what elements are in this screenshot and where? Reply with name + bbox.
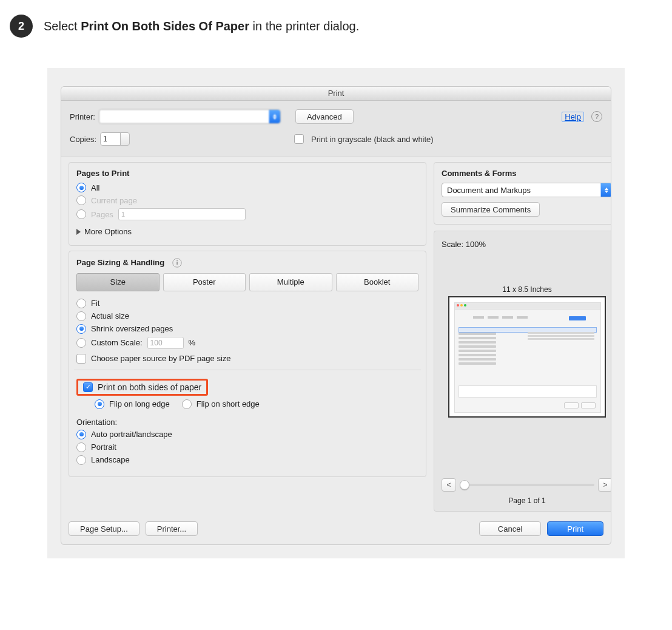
tab-booklet[interactable]: Booklet — [336, 273, 419, 291]
actual-label: Actual size — [91, 311, 129, 320]
instruction-step: 2 Select Print On Both Sides Of Paper in… — [0, 0, 672, 38]
next-page-button[interactable]: > — [598, 478, 611, 492]
flip-short-label: Flip on short edge — [197, 399, 260, 408]
grayscale-checkbox[interactable] — [294, 134, 304, 144]
orient-landscape-radio[interactable] — [76, 455, 86, 465]
page-indicator: Page 1 of 1 — [442, 496, 611, 505]
sizing-panel: Page Sizing & Handling i Size Poster Mul… — [69, 251, 426, 477]
tab-size[interactable]: Size — [76, 273, 160, 291]
flip-long-label: Flip on long edge — [109, 399, 170, 408]
both-sides-label: Print on both sides of paper — [98, 382, 201, 392]
flip-short-radio[interactable] — [182, 399, 192, 409]
copies-label: Copies: — [70, 135, 96, 144]
advanced-button[interactable]: Advanced — [295, 109, 354, 124]
custom-scale-radio[interactable] — [76, 338, 86, 348]
pages-title: Pages to Print — [76, 169, 418, 178]
orient-auto-label: Auto portrait/landscape — [91, 430, 172, 439]
shrink-label: Shrink oversized pages — [91, 324, 173, 333]
pages-all-label: All — [91, 183, 99, 192]
disclosure-triangle-icon — [76, 229, 81, 235]
chevron-updown-icon[interactable] — [269, 110, 280, 123]
screenshot-container: Print Printer: Advanced Help ? Copies: 1 — [47, 68, 625, 558]
choose-source-label: Choose paper source by PDF page size — [91, 354, 231, 363]
fit-label: Fit — [91, 299, 99, 308]
top-panel: Printer: Advanced Help ? Copies: 1 — [61, 101, 611, 157]
step-text: Select Print On Both Sides Of Paper in t… — [44, 19, 359, 33]
prev-page-button[interactable]: < — [442, 478, 456, 492]
dialog-footer: Page Setup... Printer... Cancel Print — [61, 519, 611, 544]
print-dialog: Print Printer: Advanced Help ? Copies: 1 — [61, 86, 611, 545]
print-button[interactable]: Print — [547, 521, 603, 536]
pages-range-input[interactable]: 1 — [118, 208, 246, 220]
orient-portrait-radio[interactable] — [76, 442, 86, 452]
custom-scale-label: Custom Scale: — [91, 338, 143, 347]
page-setup-button[interactable]: Page Setup... — [69, 521, 139, 536]
chevron-updown-icon[interactable] — [600, 183, 611, 197]
orient-landscape-label: Landscape — [91, 455, 130, 464]
shrink-radio[interactable] — [76, 324, 86, 334]
orient-portrait-label: Portrait — [91, 442, 116, 452]
step-number-badge: 2 — [10, 15, 33, 38]
step-suffix: in the printer dialog. — [249, 19, 359, 33]
pages-range-radio[interactable] — [76, 209, 86, 219]
printer-label: Printer: — [70, 112, 95, 121]
both-sides-highlight: Print on both sides of paper — [76, 379, 208, 396]
printer-button[interactable]: Printer... — [146, 521, 198, 536]
summarize-comments-button[interactable]: Summarize Comments — [442, 202, 540, 217]
comments-select[interactable]: Document and Markups — [442, 183, 611, 197]
choose-source-checkbox[interactable] — [76, 354, 86, 364]
scale-label: Scale: 100% — [442, 240, 611, 249]
percent-label: % — [189, 338, 196, 347]
page-thumbnail — [448, 296, 606, 418]
pages-current-radio[interactable] — [76, 195, 86, 205]
actual-radio[interactable] — [76, 311, 86, 321]
comments-select-value: Document and Markups — [447, 186, 531, 195]
sizing-title: Page Sizing & Handling — [76, 258, 164, 267]
slider-knob[interactable] — [460, 480, 469, 490]
info-icon[interactable]: i — [173, 258, 182, 267]
tab-multiple[interactable]: Multiple — [249, 273, 332, 291]
tab-poster[interactable]: Poster — [163, 273, 246, 291]
printer-select[interactable] — [99, 109, 281, 124]
both-sides-checkbox[interactable] — [83, 382, 93, 392]
cancel-button[interactable]: Cancel — [479, 521, 541, 536]
page-slider[interactable] — [460, 484, 594, 486]
step-bold: Print On Both Sides Of Paper — [81, 19, 249, 33]
flip-long-radio[interactable] — [95, 399, 104, 409]
help-icon[interactable]: ? — [591, 111, 602, 122]
copies-stepper[interactable] — [120, 132, 130, 146]
pages-current-label: Current page — [91, 196, 137, 205]
custom-scale-input[interactable]: 100 — [147, 337, 184, 349]
fit-radio[interactable] — [76, 299, 86, 308]
preview-panel: Scale: 100% 11 x 8.5 Inches — [434, 231, 611, 512]
orient-auto-radio[interactable] — [76, 430, 86, 439]
help-link[interactable]: Help — [562, 112, 584, 122]
more-options-label: More Options — [84, 227, 132, 236]
comments-title: Comments & Forms — [442, 169, 611, 178]
pages-range-label: Pages — [91, 210, 113, 219]
dialog-title: Print — [61, 87, 611, 101]
pages-all-radio[interactable] — [76, 183, 86, 192]
pages-to-print-panel: Pages to Print All Current page Pages 1 … — [69, 162, 426, 246]
comments-panel: Comments & Forms Document and Markups Su… — [434, 162, 611, 225]
orientation-label: Orientation: — [76, 418, 418, 427]
preview-size-caption: 11 x 8.5 Inches — [442, 285, 611, 294]
more-options-toggle[interactable]: More Options — [76, 227, 132, 236]
step-prefix: Select — [44, 19, 81, 33]
grayscale-label: Print in grayscale (black and white) — [311, 135, 434, 144]
